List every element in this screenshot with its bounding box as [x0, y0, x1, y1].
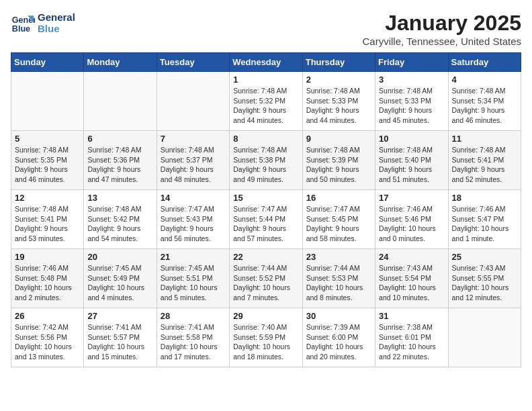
day-details: Sunrise: 7:48 AM Sunset: 5:41 PM Dayligh…: [15, 204, 80, 244]
page-header: General Blue General Blue January 2025 C…: [11, 11, 521, 47]
day-details: Sunrise: 7:48 AM Sunset: 5:36 PM Dayligh…: [87, 145, 152, 185]
day-number: 9: [306, 134, 371, 144]
calendar-week-3: 12Sunrise: 7:48 AM Sunset: 5:41 PM Dayli…: [11, 190, 521, 249]
calendar-cell: 26Sunrise: 7:42 AM Sunset: 5:56 PM Dayli…: [11, 308, 84, 367]
header-row: SundayMondayTuesdayWednesdayThursdayFrid…: [11, 53, 521, 72]
calendar-cell: 7Sunrise: 7:48 AM Sunset: 5:37 PM Daylig…: [157, 131, 229, 190]
calendar-body: 1Sunrise: 7:48 AM Sunset: 5:32 PM Daylig…: [11, 72, 521, 367]
day-details: Sunrise: 7:41 AM Sunset: 5:57 PM Dayligh…: [87, 322, 152, 362]
day-details: Sunrise: 7:48 AM Sunset: 5:34 PM Dayligh…: [452, 86, 517, 126]
svg-text:Blue: Blue: [12, 24, 30, 34]
weekday-header-monday: Monday: [84, 53, 157, 72]
calendar-cell: 22Sunrise: 7:44 AM Sunset: 5:52 PM Dayli…: [230, 249, 302, 308]
day-details: Sunrise: 7:48 AM Sunset: 5:41 PM Dayligh…: [452, 145, 517, 185]
day-details: Sunrise: 7:46 AM Sunset: 5:48 PM Dayligh…: [15, 263, 80, 303]
calendar-cell: [448, 308, 521, 367]
day-details: Sunrise: 7:41 AM Sunset: 5:58 PM Dayligh…: [161, 322, 226, 362]
day-number: 14: [161, 193, 226, 203]
day-details: Sunrise: 7:43 AM Sunset: 5:54 PM Dayligh…: [379, 263, 444, 303]
calendar-cell: 30Sunrise: 7:39 AM Sunset: 6:00 PM Dayli…: [302, 308, 375, 367]
calendar-table: SundayMondayTuesdayWednesdayThursdayFrid…: [11, 52, 521, 367]
calendar-week-2: 5Sunrise: 7:48 AM Sunset: 5:35 PM Daylig…: [11, 131, 521, 190]
day-number: 7: [161, 134, 226, 144]
day-number: 5: [15, 134, 80, 144]
day-details: Sunrise: 7:38 AM Sunset: 6:01 PM Dayligh…: [379, 322, 444, 362]
calendar-cell: [157, 72, 229, 131]
day-number: 27: [87, 311, 152, 321]
calendar-week-4: 19Sunrise: 7:46 AM Sunset: 5:48 PM Dayli…: [11, 249, 521, 308]
month-title: January 2025: [362, 11, 521, 36]
calendar-cell: [11, 72, 84, 131]
day-details: Sunrise: 7:47 AM Sunset: 5:44 PM Dayligh…: [233, 204, 298, 244]
calendar-cell: 8Sunrise: 7:48 AM Sunset: 5:38 PM Daylig…: [230, 131, 302, 190]
calendar-cell: 12Sunrise: 7:48 AM Sunset: 5:41 PM Dayli…: [11, 190, 84, 249]
day-details: Sunrise: 7:39 AM Sunset: 6:00 PM Dayligh…: [306, 322, 371, 362]
calendar-cell: 15Sunrise: 7:47 AM Sunset: 5:44 PM Dayli…: [230, 190, 302, 249]
calendar-cell: 10Sunrise: 7:48 AM Sunset: 5:40 PM Dayli…: [375, 131, 448, 190]
calendar-cell: 21Sunrise: 7:45 AM Sunset: 5:51 PM Dayli…: [157, 249, 229, 308]
day-number: 15: [233, 193, 298, 203]
calendar-cell: 11Sunrise: 7:48 AM Sunset: 5:41 PM Dayli…: [448, 131, 521, 190]
day-details: Sunrise: 7:48 AM Sunset: 5:42 PM Dayligh…: [87, 204, 152, 244]
day-details: Sunrise: 7:48 AM Sunset: 5:33 PM Dayligh…: [379, 86, 444, 126]
day-number: 6: [87, 134, 152, 144]
day-number: 8: [233, 134, 298, 144]
day-details: Sunrise: 7:44 AM Sunset: 5:53 PM Dayligh…: [306, 263, 371, 303]
calendar-header: SundayMondayTuesdayWednesdayThursdayFrid…: [11, 53, 521, 72]
weekday-header-thursday: Thursday: [302, 53, 375, 72]
day-number: 1: [233, 75, 298, 85]
calendar-cell: 2Sunrise: 7:48 AM Sunset: 5:33 PM Daylig…: [302, 72, 375, 131]
calendar-cell: 20Sunrise: 7:45 AM Sunset: 5:49 PM Dayli…: [84, 249, 157, 308]
day-details: Sunrise: 7:46 AM Sunset: 5:47 PM Dayligh…: [452, 204, 517, 244]
logo-icon: General Blue: [11, 11, 35, 35]
day-number: 20: [87, 252, 152, 262]
day-details: Sunrise: 7:47 AM Sunset: 5:45 PM Dayligh…: [306, 204, 371, 244]
calendar-cell: 1Sunrise: 7:48 AM Sunset: 5:32 PM Daylig…: [230, 72, 302, 131]
day-details: Sunrise: 7:42 AM Sunset: 5:56 PM Dayligh…: [15, 322, 80, 362]
day-number: 13: [87, 193, 152, 203]
day-number: 24: [379, 252, 444, 262]
weekday-header-wednesday: Wednesday: [230, 53, 302, 72]
weekday-header-tuesday: Tuesday: [157, 53, 229, 72]
day-details: Sunrise: 7:48 AM Sunset: 5:40 PM Dayligh…: [379, 145, 444, 185]
day-number: 25: [452, 252, 517, 262]
day-number: 3: [379, 75, 444, 85]
calendar-cell: [84, 72, 157, 131]
day-number: 22: [233, 252, 298, 262]
day-details: Sunrise: 7:44 AM Sunset: 5:52 PM Dayligh…: [233, 263, 298, 303]
calendar-cell: 19Sunrise: 7:46 AM Sunset: 5:48 PM Dayli…: [11, 249, 84, 308]
day-number: 17: [379, 193, 444, 203]
calendar-cell: 14Sunrise: 7:47 AM Sunset: 5:43 PM Dayli…: [157, 190, 229, 249]
title-block: January 2025 Caryville, Tennessee, Unite…: [362, 11, 521, 47]
weekday-header-saturday: Saturday: [448, 53, 521, 72]
day-details: Sunrise: 7:43 AM Sunset: 5:55 PM Dayligh…: [452, 263, 517, 303]
day-number: 21: [161, 252, 226, 262]
day-details: Sunrise: 7:48 AM Sunset: 5:33 PM Dayligh…: [306, 86, 371, 126]
day-number: 10: [379, 134, 444, 144]
day-details: Sunrise: 7:48 AM Sunset: 5:32 PM Dayligh…: [233, 86, 298, 126]
calendar-cell: 18Sunrise: 7:46 AM Sunset: 5:47 PM Dayli…: [448, 190, 521, 249]
day-details: Sunrise: 7:40 AM Sunset: 5:59 PM Dayligh…: [233, 322, 298, 362]
location-text: Caryville, Tennessee, United States: [362, 36, 521, 47]
day-number: 29: [233, 311, 298, 321]
calendar-cell: 24Sunrise: 7:43 AM Sunset: 5:54 PM Dayli…: [375, 249, 448, 308]
day-number: 28: [161, 311, 226, 321]
calendar-cell: 31Sunrise: 7:38 AM Sunset: 6:01 PM Dayli…: [375, 308, 448, 367]
logo-text-general: General: [38, 11, 75, 23]
calendar-cell: 16Sunrise: 7:47 AM Sunset: 5:45 PM Dayli…: [302, 190, 375, 249]
calendar-cell: 17Sunrise: 7:46 AM Sunset: 5:46 PM Dayli…: [375, 190, 448, 249]
day-number: 11: [452, 134, 517, 144]
day-details: Sunrise: 7:48 AM Sunset: 5:39 PM Dayligh…: [306, 145, 371, 185]
day-number: 30: [306, 311, 371, 321]
calendar-cell: 6Sunrise: 7:48 AM Sunset: 5:36 PM Daylig…: [84, 131, 157, 190]
day-details: Sunrise: 7:48 AM Sunset: 5:35 PM Dayligh…: [15, 145, 80, 185]
calendar-week-5: 26Sunrise: 7:42 AM Sunset: 5:56 PM Dayli…: [11, 308, 521, 367]
day-number: 16: [306, 193, 371, 203]
day-details: Sunrise: 7:47 AM Sunset: 5:43 PM Dayligh…: [161, 204, 226, 244]
calendar-cell: 13Sunrise: 7:48 AM Sunset: 5:42 PM Dayli…: [84, 190, 157, 249]
day-number: 12: [15, 193, 80, 203]
day-details: Sunrise: 7:48 AM Sunset: 5:37 PM Dayligh…: [161, 145, 226, 185]
day-number: 26: [15, 311, 80, 321]
day-number: 4: [452, 75, 517, 85]
weekday-header-sunday: Sunday: [11, 53, 84, 72]
